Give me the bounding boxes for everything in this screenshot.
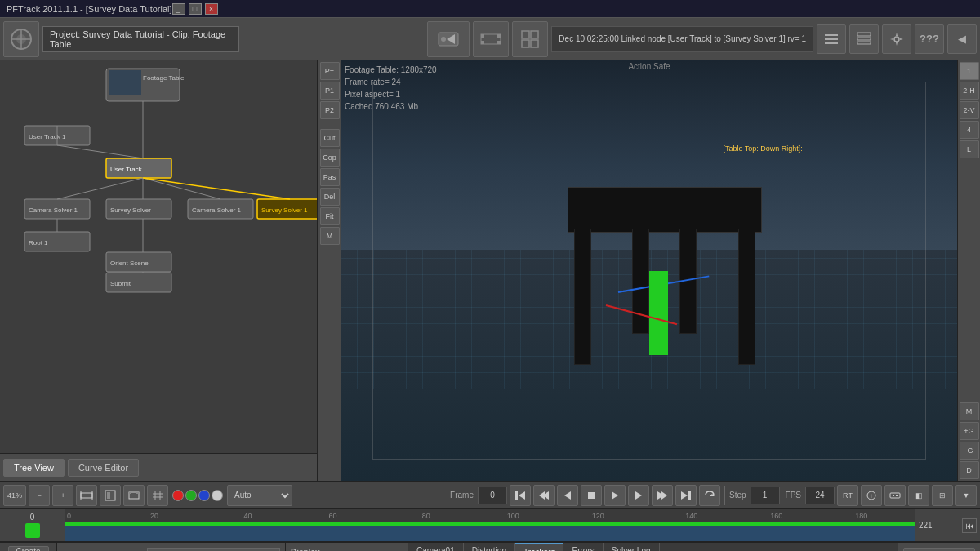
rp-minusg-button[interactable]: -G [960, 442, 979, 460]
playback-prev-key[interactable] [533, 485, 555, 506]
playback-end[interactable] [675, 485, 697, 506]
node-tree-svg: Footage Table User Track 1 User Track Ca… [0, 60, 317, 453]
svg-rect-17 [825, 38, 838, 40]
color-white-button[interactable] [212, 490, 223, 501]
all-none-button[interactable]: All / None [903, 548, 975, 551]
film-strip-icon[interactable] [473, 21, 509, 57]
tl-main-track[interactable]: 0 20 40 60 80 100 120 140 160 180 [65, 509, 915, 541]
rp-plusg-button[interactable]: +G [960, 422, 979, 440]
film-frame-button[interactable] [123, 485, 145, 506]
auto-select[interactable]: Auto [227, 485, 292, 506]
svg-rect-13 [531, 31, 538, 38]
playback-prev-frame[interactable] [557, 485, 578, 506]
grid-timeline-button[interactable] [147, 485, 168, 506]
p1-button[interactable]: P1 [320, 82, 340, 100]
tab-errors[interactable]: Errors [564, 543, 603, 551]
loop-button[interactable] [699, 485, 720, 506]
main-area: Footage Table User Track 1 User Track Ca… [0, 60, 980, 481]
rp-l-button[interactable]: L [960, 140, 979, 158]
fit-button[interactable]: Fit [320, 207, 340, 225]
tab-camera01[interactable]: Camera01 [408, 543, 464, 551]
help-icon[interactable]: ??? [915, 24, 944, 54]
rp-1-button[interactable]: 1 [960, 62, 979, 80]
cop-button[interactable]: Cop [320, 149, 340, 167]
viewport-info: Footage Table: 1280x720 Frame rate= 24 P… [345, 64, 437, 113]
extra-btn3[interactable]: ⊞ [932, 485, 953, 506]
svg-rect-81 [893, 495, 894, 496]
svg-text:Footage Table: Footage Table [143, 74, 185, 82]
grid-icon[interactable] [512, 21, 548, 57]
maximize-button[interactable]: □ [189, 3, 202, 15]
rp-2h-button[interactable]: 2-H [960, 82, 979, 100]
info-button[interactable]: i [861, 485, 882, 506]
rp-2v-button[interactable]: 2-V [960, 101, 979, 119]
current-clip-select[interactable]: Input 1: Footage Table [147, 548, 280, 551]
svg-point-22 [894, 37, 899, 42]
footage-icon[interactable] [427, 21, 470, 57]
zoom-fit-button[interactable] [76, 485, 97, 506]
create-button[interactable]: Create [8, 546, 49, 551]
tl-end-button[interactable]: ⏮ [962, 518, 977, 533]
svg-line-40 [57, 178, 143, 199]
viewport[interactable]: [Table Top: Down Right]: Action Safe Foo… [341, 60, 957, 481]
bottom-panel: Create Parameters Notes Mask Enhance Hel… [0, 541, 980, 551]
svg-line-43 [143, 178, 290, 199]
app-logo-icon[interactable] [3, 21, 39, 57]
tl-current-frame-marker[interactable] [25, 523, 40, 538]
tl-arrow-button[interactable]: ▼ [956, 485, 977, 506]
settings-icon[interactable] [882, 24, 911, 54]
tab-tree-view[interactable]: Tree View [3, 459, 65, 477]
framerate-info: Frame rate= 24 [345, 76, 437, 88]
zoom-out-button[interactable]: − [29, 485, 50, 506]
extra-btn1[interactable] [884, 485, 906, 506]
node-canvas[interactable]: Footage Table User Track 1 User Track Ca… [0, 60, 317, 453]
svg-rect-16 [825, 34, 838, 36]
tab-curve-editor[interactable]: Curve Editor [68, 459, 139, 477]
playback-set-begin[interactable] [510, 485, 531, 506]
p2-button[interactable]: P2 [320, 101, 340, 119]
tl-end-frame: 221 [919, 521, 933, 530]
color-blue-button[interactable] [198, 490, 210, 501]
node-panel: Footage Table User Track 1 User Track Ca… [0, 60, 318, 481]
tab-distortion[interactable]: Distortion [464, 543, 515, 551]
toggle-keyframe-button[interactable] [100, 485, 121, 506]
step-input[interactable] [751, 487, 780, 504]
playback-next-key[interactable] [652, 485, 673, 506]
minimize-button[interactable]: _ [172, 3, 185, 15]
rp-4-button[interactable]: 4 [960, 121, 979, 139]
arrow-icon[interactable]: ◀ [947, 24, 977, 54]
svg-text:Root 1: Root 1 [29, 239, 48, 247]
p-plus-button[interactable]: P+ [320, 62, 340, 80]
rp-m-button[interactable]: M [960, 402, 979, 420]
close-button[interactable]: X [205, 3, 218, 15]
svg-text:Submit: Submit [110, 280, 131, 287]
svg-rect-14 [522, 40, 529, 47]
tl-mark-20: 20 [150, 512, 158, 520]
frame-input[interactable] [478, 487, 507, 504]
table-icon[interactable] [849, 24, 879, 54]
del-button[interactable]: Del [320, 188, 340, 206]
playback-play[interactable] [604, 485, 626, 506]
tab-trackers[interactable]: Trackers [515, 543, 564, 551]
playback-next-frame[interactable] [628, 485, 649, 506]
extra-btn2[interactable]: ◧ [908, 485, 929, 506]
tl-mark-80: 80 [422, 512, 430, 520]
rp-d-button[interactable]: D [960, 461, 979, 479]
realtime-button[interactable]: RT [837, 485, 858, 506]
color-red-button[interactable] [172, 490, 184, 501]
color-green-button[interactable] [185, 490, 197, 501]
svg-rect-9 [481, 41, 484, 44]
svg-rect-20 [858, 38, 871, 40]
main-toolbar: Project: Survey Data Tutorial - Clip: Fo… [0, 18, 980, 60]
right-panel: 1 2-H 2-V 4 L M +G -G D [957, 60, 980, 481]
cut-button[interactable]: Cut [320, 129, 340, 147]
tab-solver-log[interactable]: Solver Log [604, 543, 660, 551]
pas-button[interactable]: Pas [320, 168, 340, 186]
list-icon[interactable] [817, 24, 846, 54]
fps-input[interactable] [805, 487, 835, 504]
m-button[interactable]: M [320, 227, 340, 245]
tl-mark-0: 0 [67, 512, 71, 520]
playback-stop[interactable] [581, 485, 602, 506]
zoom-in-button[interactable]: + [52, 485, 74, 506]
svg-text:Camera Solver 1: Camera Solver 1 [29, 207, 78, 214]
